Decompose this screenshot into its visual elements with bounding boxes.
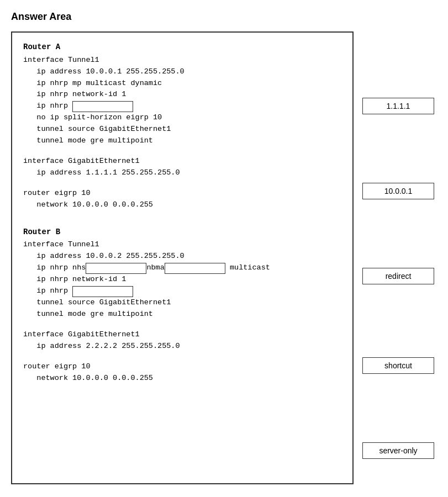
code-line: router eigrp 10 xyxy=(23,361,341,373)
code-line: ip address 2.2.2.2 255.255.255.0 xyxy=(23,341,341,352)
main-layout: Router A interface Tunnel1 ip address 10… xyxy=(11,31,437,484)
page-title: Answer Area xyxy=(11,11,437,23)
router-a-nhrp-input-line: ip nhrp xyxy=(23,101,341,112)
option-server-only[interactable]: server-only xyxy=(362,442,434,459)
code-line: interface Tunnel1 xyxy=(23,55,341,66)
code-line: interface GigabitEthernet1 xyxy=(23,156,341,167)
code-line: ip address 10.0.0.2 255.255.255.0 xyxy=(23,251,341,262)
code-line: tunnel mode gre multipoint xyxy=(23,309,341,320)
code-line: ip nhrp mp multicast dynamic xyxy=(23,78,341,89)
options-spacer3 xyxy=(362,291,434,351)
option-shortcut[interactable]: shortcut xyxy=(362,357,434,374)
page-container: Answer Area Router A interface Tunnel1 i… xyxy=(11,11,437,484)
code-line: ip address 10.0.0.1 255.255.255.0 xyxy=(23,66,341,78)
router-a-section: Router A interface Tunnel1 ip address 10… xyxy=(23,41,341,211)
answer-box: Router A interface Tunnel1 ip address 10… xyxy=(11,31,354,484)
code-line: interface GigabitEthernet1 xyxy=(23,329,341,341)
code-line: tunnel mode gre multipoint xyxy=(23,135,341,147)
router-a-code: interface Tunnel1 ip address 10.0.0.1 25… xyxy=(23,55,341,211)
options-spacer1 xyxy=(362,121,434,176)
options-spacer4 xyxy=(362,380,434,436)
code-line: ip nhrp network-id 1 xyxy=(23,274,341,285)
option-redirect[interactable]: redirect xyxy=(362,268,434,284)
code-line: ip address 1.1.1.1 255.255.255.0 xyxy=(23,167,341,179)
code-line: network 10.0.0.0 0.0.0.255 xyxy=(23,373,341,384)
options-panel: 1.1.1.1 10.0.0.1 redirect shortcut serve… xyxy=(362,31,434,459)
option-10001[interactable]: 10.0.0.1 xyxy=(362,183,434,199)
router-b-code: interface Tunnel1 ip address 10.0.0.2 25… xyxy=(23,239,341,384)
option-1111[interactable]: 1.1.1.1 xyxy=(362,98,434,114)
router-a-label: Router A xyxy=(23,41,341,54)
router-b-nhs-input[interactable] xyxy=(86,263,146,274)
code-line: interface Tunnel1 xyxy=(23,239,341,251)
code-line: tunnel source GigabitEthernet1 xyxy=(23,124,341,135)
code-line: no ip split-horizon eigrp 10 xyxy=(23,112,341,124)
code-line: tunnel source GigabitEthernet1 xyxy=(23,297,341,309)
options-spacer2 xyxy=(362,206,434,261)
router-b-nhs-line: ip nhrp nhs nbma multicast xyxy=(23,262,341,274)
router-a-nhrp-input[interactable] xyxy=(72,101,133,112)
router-b-nbma-input[interactable] xyxy=(165,263,225,274)
router-b-section: Router B interface Tunnel1 ip address 10… xyxy=(23,226,341,384)
router-b-nhrp-input[interactable] xyxy=(72,286,133,297)
code-line: network 10.0.0.0 0.0.0.255 xyxy=(23,199,341,211)
router-b-nhrp-input-line: ip nhrp xyxy=(23,285,341,297)
code-line: router eigrp 10 xyxy=(23,188,341,199)
router-b-label: Router B xyxy=(23,226,341,239)
code-line: ip nhrp network-id 1 xyxy=(23,89,341,101)
